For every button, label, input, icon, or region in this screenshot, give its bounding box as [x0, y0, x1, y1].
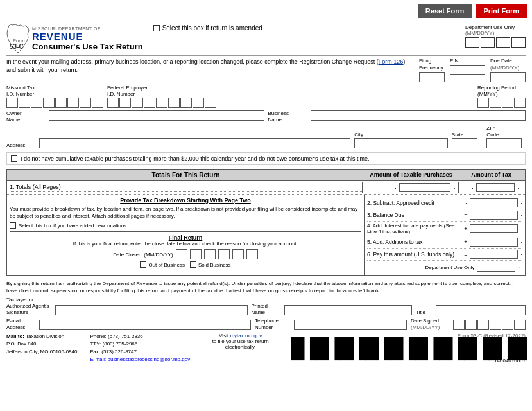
- fed-seg5[interactable]: [156, 98, 167, 108]
- breakdown-title: Provide Tax Breakdown Starting With Page…: [10, 197, 361, 204]
- dept-box1: [465, 37, 479, 48]
- owner-row: Owner Name Business Name: [6, 110, 526, 123]
- dept-use-bottom-input[interactable]: [477, 263, 515, 272]
- footer-row: Mail to: Taxation Division P.O. Box 840 …: [6, 333, 526, 363]
- mo-seg7[interactable]: [80, 98, 91, 108]
- owner-name-input[interactable]: [49, 110, 264, 121]
- zip-input[interactable]: [486, 138, 522, 148]
- ds-seg1[interactable]: [453, 320, 465, 330]
- fed-seg2[interactable]: [119, 98, 131, 108]
- amended-label: Select this box if return is amended: [162, 24, 262, 31]
- dc-seg1[interactable]: [176, 249, 187, 259]
- mo-seg5[interactable]: [55, 98, 67, 108]
- line6-input[interactable]: [470, 250, 518, 259]
- dc-seg6[interactable]: [246, 249, 258, 259]
- fed-seg9[interactable]: [205, 98, 216, 108]
- sold-business-checkbox[interactable]: [190, 261, 196, 268]
- dept-use-section: Department Use Only (MM/DD/YY): [465, 24, 526, 48]
- dc-seg4[interactable]: [218, 249, 230, 259]
- filing-freq-section: Filing Frequency: [419, 58, 445, 82]
- svg-text:53-C: 53-C: [10, 43, 24, 50]
- sig-disclaimer: By signing this return I am authorizing …: [6, 280, 526, 294]
- printed-name-input[interactable]: [284, 305, 413, 315]
- rp-seg2[interactable]: [490, 98, 501, 108]
- row1-tax-input[interactable]: [476, 183, 515, 192]
- amended-checkbox[interactable]: [153, 25, 160, 31]
- federal-id-boxes[interactable]: [107, 98, 474, 108]
- rp-seg1[interactable]: [477, 98, 489, 108]
- mo-seg1[interactable]: [6, 98, 18, 108]
- fed-seg6[interactable]: [168, 98, 180, 108]
- signature-input[interactable]: [55, 305, 248, 315]
- due-date-section: Due Date (MM/DD/YY): [490, 58, 526, 82]
- email-input[interactable]: [39, 320, 251, 330]
- state-input[interactable]: [452, 138, 477, 148]
- final-return-text: If this is your final return, enter the …: [10, 241, 361, 247]
- dc-seg3[interactable]: [204, 249, 216, 259]
- ds-seg6[interactable]: [514, 320, 526, 330]
- fed-seg4[interactable]: [144, 98, 155, 108]
- form-title: Consumer's Use Tax Return: [32, 42, 143, 51]
- print-button[interactable]: Print Form: [476, 4, 527, 18]
- fed-seg8[interactable]: [193, 98, 204, 108]
- ds-seg4[interactable]: [490, 320, 501, 330]
- fed-seg3[interactable]: [132, 98, 143, 108]
- mail-visit: Visit mytax.mo.gov to file your use tax …: [203, 333, 278, 350]
- line4-input[interactable]: [470, 224, 518, 233]
- signature-section: By signing this return I am authorizing …: [6, 280, 526, 330]
- form126-link[interactable]: Form 126: [379, 58, 404, 65]
- ds-seg5[interactable]: [502, 320, 513, 330]
- dept-box2: [481, 37, 495, 48]
- mo-id-group: Missouri Tax I.D. Number: [6, 85, 103, 108]
- breakdown-text: You must provide a breakdown of tax, by …: [10, 206, 361, 220]
- mail-phone: Phone: (573) 751-2836 TTY: (800) 735-296…: [90, 333, 190, 363]
- dc-seg2[interactable]: [190, 249, 202, 259]
- rp-seg3[interactable]: [502, 98, 513, 108]
- dept-use-label: Department Use Only: [465, 24, 515, 30]
- totals-right: 2. Subtract: Approved credit - · 3. Bala…: [365, 195, 525, 275]
- fed-seg7[interactable]: [180, 98, 192, 108]
- no-purchases-text: I do not have cumulative taxable purchas…: [21, 155, 370, 162]
- mo-seg8[interactable]: [92, 98, 103, 108]
- ds-seg2[interactable]: [465, 320, 477, 330]
- totals-left: Provide Tax Breakdown Starting With Page…: [7, 195, 365, 275]
- mailing-text: In the event your mailing address, prima…: [6, 58, 414, 74]
- fed-seg1[interactable]: [107, 98, 119, 108]
- pin-input[interactable]: [450, 65, 485, 75]
- ds-seg3[interactable]: [477, 320, 489, 330]
- dc-seg5[interactable]: [232, 249, 244, 259]
- reporting-period-group: Reporting Period (MM/YY): [477, 85, 526, 108]
- totals-row1: 1. Totals (All Pages) · · · ·: [7, 181, 525, 195]
- line3-input[interactable]: [470, 211, 518, 220]
- city-input[interactable]: [354, 138, 448, 148]
- line5-input[interactable]: [470, 238, 518, 247]
- address-input[interactable]: [39, 138, 350, 148]
- line6-row: 6. Pay this amount (U.S. funds only) = ·: [367, 249, 522, 261]
- mytax-link[interactable]: mytax.mo.gov: [230, 333, 262, 338]
- mo-seg6[interactable]: [67, 98, 79, 108]
- reset-button[interactable]: Reset Form: [418, 4, 472, 18]
- reporting-boxes[interactable]: [477, 98, 526, 108]
- line3-row: 3. Balance Due = ·: [367, 209, 522, 222]
- email-row: E-mail Address Telephone Number Date Sig…: [6, 318, 526, 330]
- tax-id-row: Missouri Tax I.D. Number Federal Employe…: [6, 85, 526, 108]
- business-name-input[interactable]: [311, 110, 526, 121]
- line2-input[interactable]: [470, 198, 518, 207]
- due-date-input[interactable]: [490, 72, 526, 82]
- telephone-input[interactable]: [294, 320, 407, 330]
- no-purchases-checkbox[interactable]: [11, 155, 17, 162]
- closing-reason-row: Out of Business Sold Business: [10, 261, 361, 268]
- mo-seg4[interactable]: [43, 98, 55, 108]
- row1-taxable-input[interactable]: [399, 183, 450, 192]
- totals-body: Provide Tax Breakdown Starting With Page…: [7, 195, 525, 275]
- out-of-business-checkbox[interactable]: [140, 261, 146, 268]
- new-locations-checkbox[interactable]: [10, 222, 16, 229]
- mail-addr2: Jefferson City, MO 65105-0840: [6, 349, 77, 354]
- mo-seg2[interactable]: [19, 98, 30, 108]
- filing-freq-input[interactable]: [419, 72, 445, 82]
- mo-seg3[interactable]: [31, 98, 42, 108]
- title-input[interactable]: [436, 305, 526, 315]
- email-link[interactable]: E-mail: businesstaxprocessing@dor.mo.gov: [90, 356, 190, 362]
- mo-id-boxes[interactable]: [6, 98, 103, 108]
- rp-seg4[interactable]: [514, 98, 526, 108]
